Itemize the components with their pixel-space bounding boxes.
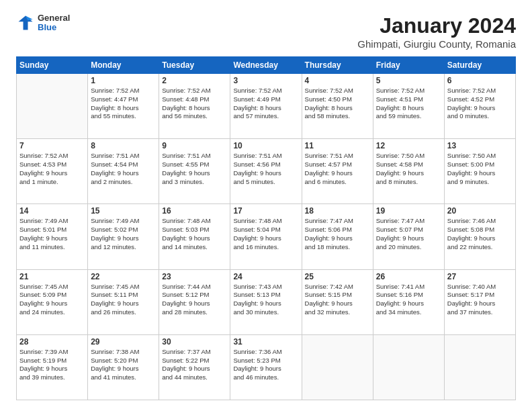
cell-info-15: Sunrise: 7:49 AMSunset: 5:02 PMDaylight:… [91,217,156,251]
day-number-7: 7 [19,141,85,150]
cell-info-5: Sunrise: 7:52 AMSunset: 4:51 PMDaylight:… [376,87,441,121]
day-number-20: 20 [447,206,513,216]
day-number-14: 14 [19,206,85,216]
cell-w0-d4: 4Sunrise: 7:52 AMSunset: 4:50 PMDaylight… [302,74,373,139]
cell-info-21: Sunrise: 7:45 AMSunset: 5:09 PMDaylight:… [19,283,85,317]
day-number-12: 12 [376,141,441,150]
cell-info-9: Sunrise: 7:51 AMSunset: 4:55 PMDaylight:… [162,152,227,186]
day-number-23: 23 [162,272,227,281]
cell-info-14: Sunrise: 7:49 AMSunset: 5:01 PMDaylight:… [19,217,85,251]
day-number-9: 9 [162,141,227,150]
calendar-table: Sunday Monday Tuesday Wednesday Thursday… [16,56,516,400]
cell-w0-d5: 5Sunrise: 7:52 AMSunset: 4:51 PMDaylight… [373,74,444,139]
day-number-29: 29 [91,337,156,347]
cell-w4-d1: 29Sunrise: 7:38 AMSunset: 5:20 PMDayligh… [88,334,159,400]
header-row: Sunday Monday Tuesday Wednesday Thursday… [17,57,516,74]
day-number-3: 3 [233,76,298,85]
page: General Blue January 2024 Ghimpati, Giur… [0,0,532,411]
cell-info-8: Sunrise: 7:51 AMSunset: 4:54 PMDaylight:… [91,152,156,186]
logo-icon [16,13,35,32]
day-number-4: 4 [305,76,370,85]
cell-w3-d2: 23Sunrise: 7:44 AMSunset: 5:12 PMDayligh… [159,269,230,334]
cell-info-27: Sunrise: 7:40 AMSunset: 5:17 PMDaylight:… [447,283,513,317]
cell-info-28: Sunrise: 7:39 AMSunset: 5:19 PMDaylight:… [19,348,85,382]
cell-info-13: Sunrise: 7:50 AMSunset: 5:00 PMDaylight:… [447,152,513,186]
day-number-25: 25 [305,272,370,281]
cell-w4-d6 [444,334,515,400]
calendar-title: January 2024 [357,13,516,38]
cell-w1-d2: 9Sunrise: 7:51 AMSunset: 4:55 PMDaylight… [159,139,230,204]
cell-w1-d3: 10Sunrise: 7:51 AMSunset: 4:56 PMDayligh… [230,139,302,204]
cell-info-19: Sunrise: 7:47 AMSunset: 5:07 PMDaylight:… [376,217,441,251]
logo-blue: Blue [38,23,70,32]
cell-info-25: Sunrise: 7:42 AMSunset: 5:15 PMDaylight:… [305,283,370,317]
day-number-31: 31 [233,337,298,347]
logo-general: General [38,13,70,23]
cell-w3-d5: 26Sunrise: 7:41 AMSunset: 5:16 PMDayligh… [373,269,444,334]
cell-w4-d3: 31Sunrise: 7:36 AMSunset: 5:23 PMDayligh… [230,334,302,400]
cell-info-10: Sunrise: 7:51 AMSunset: 4:56 PMDaylight:… [233,152,298,186]
logo-text: General Blue [38,13,70,33]
day-number-6: 6 [447,76,513,85]
cell-info-16: Sunrise: 7:48 AMSunset: 5:03 PMDaylight:… [162,217,227,251]
cell-info-3: Sunrise: 7:52 AMSunset: 4:49 PMDaylight:… [233,87,298,121]
cell-info-29: Sunrise: 7:38 AMSunset: 5:20 PMDaylight:… [91,348,156,382]
cell-w1-d5: 12Sunrise: 7:50 AMSunset: 4:58 PMDayligh… [373,139,444,204]
day-number-22: 22 [91,272,156,281]
cell-w1-d4: 11Sunrise: 7:51 AMSunset: 4:57 PMDayligh… [302,139,373,204]
col-wednesday: Wednesday [230,57,302,74]
day-number-15: 15 [91,206,156,216]
cell-w1-d6: 13Sunrise: 7:50 AMSunset: 5:00 PMDayligh… [444,139,515,204]
week-row-2: 14Sunrise: 7:49 AMSunset: 5:01 PMDayligh… [17,204,516,269]
col-monday: Monday [88,57,159,74]
week-row-1: 7Sunrise: 7:52 AMSunset: 4:53 PMDaylight… [17,139,516,204]
day-number-19: 19 [376,206,441,216]
cell-w2-d0: 14Sunrise: 7:49 AMSunset: 5:01 PMDayligh… [17,204,88,269]
cell-info-1: Sunrise: 7:52 AMSunset: 4:47 PMDaylight:… [91,87,156,121]
cell-info-20: Sunrise: 7:46 AMSunset: 5:08 PMDaylight:… [447,217,513,251]
day-number-2: 2 [162,76,227,85]
cell-info-26: Sunrise: 7:41 AMSunset: 5:16 PMDaylight:… [376,283,441,317]
cell-w4-d2: 30Sunrise: 7:37 AMSunset: 5:22 PMDayligh… [159,334,230,400]
cell-w2-d1: 15Sunrise: 7:49 AMSunset: 5:02 PMDayligh… [88,204,159,269]
title-block: January 2024 Ghimpati, Giurgiu County, R… [357,13,516,50]
day-number-5: 5 [376,76,441,85]
day-number-21: 21 [19,272,85,281]
cell-info-6: Sunrise: 7:52 AMSunset: 4:52 PMDaylight:… [447,87,513,121]
col-thursday: Thursday [302,57,373,74]
header: General Blue January 2024 Ghimpati, Giur… [16,13,516,50]
cell-w1-d1: 8Sunrise: 7:51 AMSunset: 4:54 PMDaylight… [88,139,159,204]
day-number-28: 28 [19,337,85,347]
week-row-4: 28Sunrise: 7:39 AMSunset: 5:19 PMDayligh… [17,334,516,400]
cell-w2-d6: 20Sunrise: 7:46 AMSunset: 5:08 PMDayligh… [444,204,515,269]
cell-info-31: Sunrise: 7:36 AMSunset: 5:23 PMDaylight:… [233,348,298,382]
cell-w3-d6: 27Sunrise: 7:40 AMSunset: 5:17 PMDayligh… [444,269,515,334]
day-number-8: 8 [91,141,156,150]
cell-info-11: Sunrise: 7:51 AMSunset: 4:57 PMDaylight:… [305,152,370,186]
cell-w3-d3: 24Sunrise: 7:43 AMSunset: 5:13 PMDayligh… [230,269,302,334]
day-number-10: 10 [233,141,298,150]
day-number-26: 26 [376,272,441,281]
cell-w0-d1: 1Sunrise: 7:52 AMSunset: 4:47 PMDaylight… [88,74,159,139]
calendar-subtitle: Ghimpati, Giurgiu County, Romania [357,38,516,50]
svg-marker-0 [19,16,33,30]
cell-info-7: Sunrise: 7:52 AMSunset: 4:53 PMDaylight:… [19,152,85,186]
col-sunday: Sunday [17,57,88,74]
cell-w1-d0: 7Sunrise: 7:52 AMSunset: 4:53 PMDaylight… [17,139,88,204]
cell-w4-d4 [302,334,373,400]
day-number-24: 24 [233,272,298,281]
cell-w0-d0 [17,74,88,139]
cell-info-12: Sunrise: 7:50 AMSunset: 4:58 PMDaylight:… [376,152,441,186]
day-number-30: 30 [162,337,227,347]
cell-w3-d1: 22Sunrise: 7:45 AMSunset: 5:11 PMDayligh… [88,269,159,334]
cell-w2-d5: 19Sunrise: 7:47 AMSunset: 5:07 PMDayligh… [373,204,444,269]
day-number-27: 27 [447,272,513,281]
cell-info-2: Sunrise: 7:52 AMSunset: 4:48 PMDaylight:… [162,87,227,121]
cell-w0-d3: 3Sunrise: 7:52 AMSunset: 4:49 PMDaylight… [230,74,302,139]
day-number-1: 1 [91,76,156,85]
cell-w0-d6: 6Sunrise: 7:52 AMSunset: 4:52 PMDaylight… [444,74,515,139]
day-number-17: 17 [233,206,298,216]
cell-w0-d2: 2Sunrise: 7:52 AMSunset: 4:48 PMDaylight… [159,74,230,139]
cell-info-30: Sunrise: 7:37 AMSunset: 5:22 PMDaylight:… [162,348,227,382]
week-row-3: 21Sunrise: 7:45 AMSunset: 5:09 PMDayligh… [17,269,516,334]
